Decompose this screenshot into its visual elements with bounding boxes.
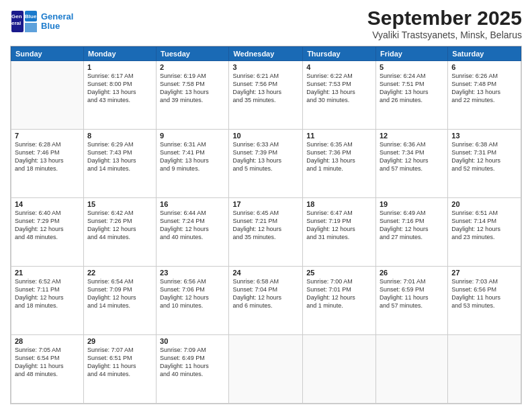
day-detail: Sunrise: 6:44 AM Sunset: 7:24 PM Dayligh… xyxy=(160,209,225,242)
day-cell: 11Sunrise: 6:35 AM Sunset: 7:36 PM Dayli… xyxy=(303,130,376,198)
svg-marker-2 xyxy=(25,23,37,32)
day-number: 6 xyxy=(451,63,517,71)
day-number: 30 xyxy=(160,337,225,345)
day-cell: 28Sunrise: 7:05 AM Sunset: 6:54 PM Dayli… xyxy=(11,335,84,404)
day-number: 28 xyxy=(15,337,80,345)
day-number: 11 xyxy=(306,132,372,140)
day-number: 22 xyxy=(87,269,152,277)
header-day-sunday: Sunday xyxy=(11,47,84,61)
day-cell: 13Sunrise: 6:38 AM Sunset: 7:31 PM Dayli… xyxy=(448,130,521,198)
day-number: 19 xyxy=(380,200,444,208)
day-cell: 5Sunrise: 6:24 AM Sunset: 7:51 PM Daylig… xyxy=(375,61,447,130)
day-detail: Sunrise: 6:26 AM Sunset: 7:48 PM Dayligh… xyxy=(451,72,517,105)
day-detail: Sunrise: 6:31 AM Sunset: 7:41 PM Dayligh… xyxy=(160,140,225,173)
day-number: 21 xyxy=(15,269,80,277)
day-number: 25 xyxy=(306,269,372,277)
day-cell: 19Sunrise: 6:49 AM Sunset: 7:16 PM Dayli… xyxy=(375,198,447,267)
title-block: September 2025 Vyaliki Trastsyanets, Min… xyxy=(367,7,522,40)
day-number: 4 xyxy=(306,63,372,71)
week-row-2: 14Sunrise: 6:40 AM Sunset: 7:29 PM Dayli… xyxy=(11,198,521,267)
day-cell: 21Sunrise: 6:52 AM Sunset: 7:11 PM Dayli… xyxy=(11,267,84,335)
header: Gen eral Blue General Blue September 202… xyxy=(10,7,522,40)
day-cell: 25Sunrise: 7:00 AM Sunset: 7:01 PM Dayli… xyxy=(303,267,376,335)
day-cell: 18Sunrise: 6:47 AM Sunset: 7:19 PM Dayli… xyxy=(303,198,376,267)
day-detail: Sunrise: 6:51 AM Sunset: 7:14 PM Dayligh… xyxy=(451,209,517,242)
day-cell: 14Sunrise: 6:40 AM Sunset: 7:29 PM Dayli… xyxy=(11,198,84,267)
week-row-1: 7Sunrise: 6:28 AM Sunset: 7:46 PM Daylig… xyxy=(11,130,521,198)
day-detail: Sunrise: 6:17 AM Sunset: 8:00 PM Dayligh… xyxy=(87,72,152,105)
day-detail: Sunrise: 6:19 AM Sunset: 7:58 PM Dayligh… xyxy=(160,72,225,105)
day-cell: 4Sunrise: 6:22 AM Sunset: 7:53 PM Daylig… xyxy=(303,61,376,130)
day-number: 7 xyxy=(15,132,80,140)
day-cell: 9Sunrise: 6:31 AM Sunset: 7:41 PM Daylig… xyxy=(157,130,229,198)
svg-text:Gen: Gen xyxy=(11,13,22,19)
header-day-saturday: Saturday xyxy=(448,47,521,61)
day-detail: Sunrise: 7:09 AM Sunset: 6:49 PM Dayligh… xyxy=(160,346,225,379)
day-number: 13 xyxy=(451,132,517,140)
day-cell: 30Sunrise: 7:09 AM Sunset: 6:49 PM Dayli… xyxy=(157,335,229,404)
day-detail: Sunrise: 6:52 AM Sunset: 7:11 PM Dayligh… xyxy=(15,277,80,310)
day-number: 24 xyxy=(232,269,299,277)
day-detail: Sunrise: 6:35 AM Sunset: 7:36 PM Dayligh… xyxy=(306,140,372,173)
day-number: 9 xyxy=(160,132,225,140)
day-number: 20 xyxy=(451,200,517,208)
day-detail: Sunrise: 6:24 AM Sunset: 7:51 PM Dayligh… xyxy=(380,72,444,105)
day-cell: 10Sunrise: 6:33 AM Sunset: 7:39 PM Dayli… xyxy=(229,130,303,198)
day-detail: Sunrise: 6:45 AM Sunset: 7:21 PM Dayligh… xyxy=(232,209,299,242)
day-detail: Sunrise: 6:33 AM Sunset: 7:39 PM Dayligh… xyxy=(232,140,299,173)
main-title: September 2025 xyxy=(367,7,522,30)
day-cell: 26Sunrise: 7:01 AM Sunset: 6:59 PM Dayli… xyxy=(375,267,447,335)
day-cell: 20Sunrise: 6:51 AM Sunset: 7:14 PM Dayli… xyxy=(448,198,521,267)
week-row-0: 1Sunrise: 6:17 AM Sunset: 8:00 PM Daylig… xyxy=(11,61,521,130)
day-detail: Sunrise: 7:03 AM Sunset: 6:56 PM Dayligh… xyxy=(451,277,517,310)
day-number: 1 xyxy=(87,63,152,71)
day-detail: Sunrise: 6:22 AM Sunset: 7:53 PM Dayligh… xyxy=(306,72,372,105)
day-number: 2 xyxy=(160,63,225,71)
day-cell: 2Sunrise: 6:19 AM Sunset: 7:58 PM Daylig… xyxy=(157,61,229,130)
day-number: 18 xyxy=(306,200,372,208)
day-cell xyxy=(229,335,303,404)
logo: Gen eral Blue General Blue xyxy=(10,9,73,34)
header-day-friday: Friday xyxy=(375,47,447,61)
day-number: 10 xyxy=(232,132,299,140)
day-detail: Sunrise: 7:05 AM Sunset: 6:54 PM Dayligh… xyxy=(15,346,80,379)
day-detail: Sunrise: 7:00 AM Sunset: 7:01 PM Dayligh… xyxy=(306,277,372,310)
day-cell: 17Sunrise: 6:45 AM Sunset: 7:21 PM Dayli… xyxy=(229,198,303,267)
day-detail: Sunrise: 6:56 AM Sunset: 7:06 PM Dayligh… xyxy=(160,277,225,310)
day-cell xyxy=(375,335,447,404)
header-row: SundayMondayTuesdayWednesdayThursdayFrid… xyxy=(11,47,521,61)
day-cell: 7Sunrise: 6:28 AM Sunset: 7:46 PM Daylig… xyxy=(11,130,84,198)
week-row-4: 28Sunrise: 7:05 AM Sunset: 6:54 PM Dayli… xyxy=(11,335,521,404)
day-number: 16 xyxy=(160,200,225,208)
day-detail: Sunrise: 6:49 AM Sunset: 7:16 PM Dayligh… xyxy=(380,209,444,242)
header-day-tuesday: Tuesday xyxy=(157,47,229,61)
day-cell: 3Sunrise: 6:21 AM Sunset: 7:56 PM Daylig… xyxy=(229,61,303,130)
calendar-body: 1Sunrise: 6:17 AM Sunset: 8:00 PM Daylig… xyxy=(11,61,521,404)
day-detail: Sunrise: 6:28 AM Sunset: 7:46 PM Dayligh… xyxy=(15,140,80,173)
day-detail: Sunrise: 6:58 AM Sunset: 7:04 PM Dayligh… xyxy=(232,277,299,310)
logo-icon: Gen eral Blue xyxy=(10,9,40,34)
day-cell xyxy=(448,335,521,404)
day-detail: Sunrise: 6:47 AM Sunset: 7:19 PM Dayligh… xyxy=(306,209,372,242)
day-detail: Sunrise: 6:29 AM Sunset: 7:43 PM Dayligh… xyxy=(87,140,152,173)
calendar-table: SundayMondayTuesdayWednesdayThursdayFrid… xyxy=(11,46,521,404)
subtitle: Vyaliki Trastsyanets, Minsk, Belarus xyxy=(367,30,522,40)
logo-line2: Blue xyxy=(41,21,60,31)
day-number: 14 xyxy=(15,200,80,208)
day-cell xyxy=(11,61,84,130)
day-number: 5 xyxy=(380,63,444,71)
day-cell: 6Sunrise: 6:26 AM Sunset: 7:48 PM Daylig… xyxy=(448,61,521,130)
day-cell: 12Sunrise: 6:36 AM Sunset: 7:34 PM Dayli… xyxy=(375,130,447,198)
day-detail: Sunrise: 6:42 AM Sunset: 7:26 PM Dayligh… xyxy=(87,209,152,242)
day-number: 3 xyxy=(232,63,299,71)
day-number: 29 xyxy=(87,337,152,345)
day-number: 27 xyxy=(451,269,517,277)
logo-text: General Blue xyxy=(41,12,73,32)
day-detail: Sunrise: 6:21 AM Sunset: 7:56 PM Dayligh… xyxy=(232,72,299,105)
day-cell: 29Sunrise: 7:07 AM Sunset: 6:51 PM Dayli… xyxy=(83,335,156,404)
day-cell xyxy=(303,335,376,404)
week-row-3: 21Sunrise: 6:52 AM Sunset: 7:11 PM Dayli… xyxy=(11,267,521,335)
day-detail: Sunrise: 6:40 AM Sunset: 7:29 PM Dayligh… xyxy=(15,209,80,242)
day-cell: 1Sunrise: 6:17 AM Sunset: 8:00 PM Daylig… xyxy=(83,61,156,130)
svg-text:eral: eral xyxy=(11,20,21,26)
